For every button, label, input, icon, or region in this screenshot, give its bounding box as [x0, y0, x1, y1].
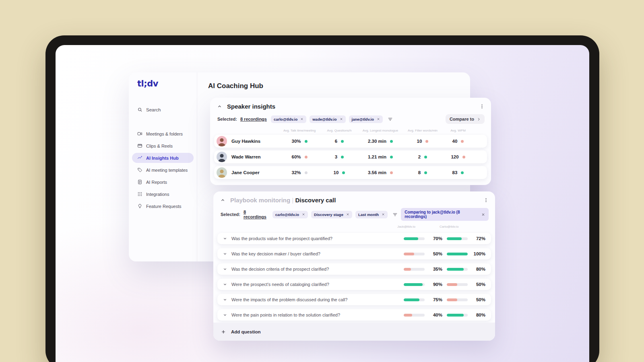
grid-dots-icon: [137, 191, 142, 197]
chip-label: jane@tldv.io: [352, 117, 374, 121]
metric-cell: 2.30 min: [357, 139, 404, 144]
status-dot-good: [390, 140, 393, 143]
sidebar-item-feature-requests[interactable]: Feature Requests: [132, 201, 194, 211]
sidebar-item-integrations[interactable]: Integrations: [132, 189, 194, 199]
comparing-chip: Comparing to jack@tldv.io (8 recordings): [401, 208, 489, 221]
metric-cell: 83: [441, 170, 475, 175]
speaker-chips: carlo@tldv.iowade@tldv.iojane@tldv.io: [271, 115, 383, 123]
column-header: Avg. Talk time/meeting: [277, 129, 322, 132]
speaker-card-title: Speaker insights: [227, 103, 275, 110]
speaker-name: Jane Cooper: [231, 170, 260, 175]
chevron-down-icon[interactable]: [223, 237, 227, 241]
jack-percentage: 40%: [428, 313, 442, 317]
close-icon[interactable]: [340, 117, 343, 121]
chevron-up-icon[interactable]: [221, 198, 225, 202]
playbook-title-separator: |: [292, 197, 293, 204]
speaker-name-cell: Jane Cooper: [217, 167, 277, 178]
table-row[interactable]: Jane Cooper32%103.56 min883: [214, 166, 487, 179]
chevron-down-icon[interactable]: [223, 252, 227, 256]
status-dot-bad: [461, 140, 464, 143]
status-dot-bad: [305, 156, 308, 158]
speaker-name-cell: Wade Warren: [217, 152, 277, 162]
metric-cell: 8: [404, 170, 441, 175]
selected-recordings-link[interactable]: 8 recordings: [240, 117, 267, 121]
sidebar: tl;dv Search Meetings & foldersClips & R…: [129, 72, 197, 261]
column-header: Avg. WPM: [441, 129, 475, 132]
chevron-down-icon[interactable]: [223, 267, 227, 271]
close-icon[interactable]: [346, 213, 349, 216]
status-dot-good: [305, 140, 308, 143]
question-text: Were the pain points in relation to the …: [231, 313, 340, 317]
question-row[interactable]: Was the products value for the prospect …: [217, 233, 491, 244]
metric-value: 40: [452, 139, 458, 144]
playbook-title-muted: Playbook monitoring: [230, 197, 290, 204]
chevron-down-icon[interactable]: [223, 298, 227, 302]
avatar: [217, 152, 227, 162]
jack-percentage: 75%: [428, 297, 442, 302]
question-row[interactable]: Was the key decision maker / buyer clari…: [217, 248, 491, 259]
table-row[interactable]: Wade Warren60%31.21 min2120: [214, 150, 487, 163]
metric-value: 83: [452, 170, 458, 175]
question-row[interactable]: Were the pain points in relation to the …: [217, 309, 491, 321]
jack-progress-bar: [404, 298, 425, 301]
question-row[interactable]: Were the prospect's needs of cataloging …: [217, 279, 491, 290]
search-button[interactable]: Search: [137, 107, 161, 112]
sidebar-item-ai-reports[interactable]: AI Reports: [132, 177, 194, 187]
carlo-progress-bar: [447, 283, 468, 286]
sidebar-item-clips-reels[interactable]: Clips & Reels: [132, 141, 194, 151]
carlo-score-group: 80%: [447, 267, 485, 272]
status-dot-bad: [390, 171, 393, 174]
filter-chip: wade@tldv.io: [310, 115, 345, 123]
search-icon: [137, 107, 142, 112]
carlo-percentage: 80%: [471, 313, 485, 317]
compare-to-button[interactable]: Compare to: [446, 114, 485, 124]
status-dot-good: [461, 171, 464, 174]
playbook-card: Playbook monitoring | Discovery call Sel…: [213, 191, 495, 341]
jack-percentage: 90%: [428, 282, 442, 287]
chevron-down-icon[interactable]: [223, 282, 227, 286]
carlo-percentage: 50%: [471, 282, 485, 287]
question-row[interactable]: Were the impacts of the problem discusse…: [217, 294, 491, 305]
sidebar-item-ai-meeting-templates[interactable]: AI meeting templates: [132, 165, 194, 175]
progress-fill: [447, 314, 464, 317]
table-row[interactable]: Guy Hawkins30%62.30 min1040: [214, 135, 487, 148]
question-text: Were the impacts of the problem discusse…: [231, 297, 347, 302]
sidebar-item-label: AI meeting templates: [146, 168, 188, 173]
close-icon[interactable]: [302, 213, 305, 216]
sidebar-item-ai-insights-hub[interactable]: AI Insights Hub: [132, 153, 194, 163]
filter-icon[interactable]: [388, 117, 393, 122]
kebab-menu-icon[interactable]: [479, 104, 485, 109]
metric-value: 3: [335, 154, 337, 159]
metric-cell: 10: [322, 170, 357, 175]
compare-to-label: Compare to: [450, 117, 474, 121]
playbook-question-rows: Was the products value for the prospect …: [213, 233, 495, 321]
close-icon[interactable]: [377, 117, 380, 121]
jack-percentage: 70%: [428, 236, 442, 241]
laptop-frame: tl;dv Search Meetings & foldersClips & R…: [45, 35, 599, 362]
kebab-menu-icon[interactable]: [483, 197, 489, 203]
chevron-down-icon[interactable]: [223, 313, 227, 317]
sidebar-item-label: Meetings & folders: [146, 132, 183, 136]
jack-percentage: 35%: [428, 267, 442, 272]
add-question-button[interactable]: Add question: [213, 323, 495, 341]
playbook-chips: carlo@tldv.ioDiscovery stageLast month: [272, 211, 388, 218]
metric-value: 120: [451, 154, 458, 159]
chevron-up-icon[interactable]: [217, 104, 222, 109]
carlo-progress-bar: [447, 298, 468, 301]
search-label: Search: [146, 107, 161, 112]
speaker-name-cell: Guy Hawkins: [217, 136, 277, 146]
carlo-progress-bar: [447, 268, 468, 271]
progress-fill: [404, 314, 412, 317]
question-row[interactable]: Was the decision criteria of the prospec…: [217, 263, 491, 275]
filter-icon[interactable]: [392, 212, 398, 217]
speaker-rows: Guy Hawkins30%62.30 min1040Wade Warren60…: [210, 135, 491, 179]
sidebar-item-meetings-folders[interactable]: Meetings & folders: [132, 129, 194, 139]
filter-chip: Discovery stage: [311, 211, 352, 218]
close-icon[interactable]: [481, 213, 485, 216]
progress-fill: [447, 253, 468, 255]
add-question-label: Add question: [231, 329, 260, 334]
chip-label: Last month: [358, 212, 379, 217]
selected-recordings-link[interactable]: 8 recordings: [244, 210, 268, 219]
close-icon[interactable]: [300, 117, 303, 121]
close-icon[interactable]: [382, 213, 385, 216]
